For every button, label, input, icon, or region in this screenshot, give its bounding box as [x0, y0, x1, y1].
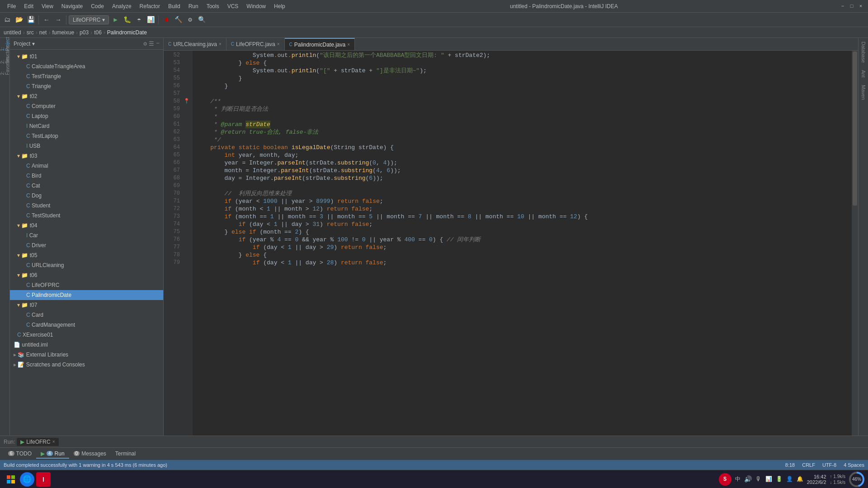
stop-button[interactable]: ■	[161, 14, 172, 25]
settings-icon[interactable]: ☰	[149, 40, 154, 47]
menu-refactor[interactable]: Refactor	[136, 2, 164, 10]
tree-item-USB[interactable]: I USB	[10, 141, 163, 151]
sys-icon-1[interactable]: 🔊	[744, 475, 752, 483]
tab-close-LifeOFPRC[interactable]: ×	[277, 42, 280, 47]
menu-vcs[interactable]: VCS	[224, 2, 242, 10]
sys-icon-2[interactable]: 🎙	[755, 476, 762, 483]
sync-icon[interactable]: ⚙	[143, 40, 147, 47]
maven-tab[interactable]: Maven	[859, 81, 868, 103]
tree-item-Animal[interactable]: C Animal	[10, 161, 163, 171]
right-scrollbar[interactable]	[852, 51, 858, 436]
build-button[interactable]: 🔨	[173, 14, 184, 25]
tree-item-Driver[interactable]: C Driver	[10, 240, 163, 250]
close-panel-icon[interactable]: −	[156, 40, 160, 47]
tab-PalindromicDate[interactable]: C PalindromicDate.java ×	[285, 38, 355, 51]
tree-item-t07[interactable]: ▾ 📁 t07	[10, 300, 163, 310]
menu-edit[interactable]: Edit	[20, 2, 37, 10]
tree-item-scratches[interactable]: ▸ 📝 Scratches and Consoles	[10, 360, 163, 370]
tree-item-external-libs[interactable]: ▸ 📚 External Libraries	[10, 350, 163, 360]
coverage-button[interactable]: ☂	[133, 14, 144, 25]
tree-item-Laptop[interactable]: C Laptop	[10, 111, 163, 121]
tree-item-t06[interactable]: ▾ 📁 t06	[10, 270, 163, 280]
sys-icon-6[interactable]: 🔔	[797, 476, 803, 483]
status-line-sep[interactable]: CRLF	[802, 462, 815, 468]
intellij-taskbar-icon[interactable]: I	[36, 472, 51, 487]
tree-item-CardManagement[interactable]: C CardManagement	[10, 320, 163, 330]
ant-tab[interactable]: Ant	[859, 66, 868, 81]
tree-item-Computer[interactable]: C Computer	[10, 101, 163, 111]
tree-item-XExercise01[interactable]: C XExercise01	[10, 330, 163, 340]
ime-icon[interactable]: S	[719, 473, 731, 486]
tree-item-TestStudent[interactable]: C TestStudent	[10, 211, 163, 221]
breadcrumb-file[interactable]: PalindromicDate	[107, 29, 147, 36]
tree-item-NetCard[interactable]: I NetCard	[10, 121, 163, 131]
tree-item-t03[interactable]: ▾ 📁 t03	[10, 151, 163, 161]
breadcrumb-src[interactable]: src	[27, 29, 34, 36]
breadcrumb-untitled[interactable]: untitled	[4, 29, 21, 36]
tab-close-URLCleaning[interactable]: ×	[219, 42, 222, 47]
breadcrumb-net[interactable]: net	[39, 29, 47, 36]
tree-item-URLCleaning[interactable]: C URLCleaning	[10, 260, 163, 270]
status-indent[interactable]: 4 Spaces	[844, 462, 864, 468]
breadcrumb-fumeixue[interactable]: fumeixue	[52, 29, 74, 36]
code-content[interactable]: System.out.println("该日期之后的第一个ABABBABA型回文…	[193, 51, 852, 436]
save-icon[interactable]: 💾	[25, 14, 36, 25]
tree-item-Bird[interactable]: C Bird	[10, 171, 163, 181]
status-encoding[interactable]: UTF-8	[822, 462, 836, 468]
tree-item-Dog[interactable]: C Dog	[10, 191, 163, 201]
profile-button[interactable]: 📊	[145, 14, 156, 25]
close-button[interactable]: ×	[857, 3, 864, 10]
menu-build[interactable]: Build	[165, 2, 184, 10]
ime-mode-icon[interactable]: 中	[735, 475, 741, 483]
time-section[interactable]: 16:42 2022/6/2	[807, 474, 826, 485]
tree-item-t02[interactable]: ▾ 📁 t02	[10, 91, 163, 101]
code-editor[interactable]: 525354555657 585960616263 646566676869 7…	[164, 51, 858, 436]
run-config-dropdown[interactable]: LifeOFPRC ▾	[69, 15, 109, 24]
tree-item-TestTriangle[interactable]: C TestTriangle	[10, 71, 163, 81]
status-position[interactable]: 8:18	[785, 462, 795, 468]
menu-help[interactable]: Help	[270, 2, 289, 10]
minimize-button[interactable]: −	[839, 3, 846, 10]
run-tab-close[interactable]: ×	[52, 439, 55, 444]
tab-LifeOFPRC[interactable]: C LifeOFPRC.java ×	[226, 38, 285, 51]
tab-URLCleaning[interactable]: C URLCleaning.java ×	[164, 38, 226, 51]
sys-icon-5[interactable]: 👤	[786, 476, 793, 483]
menu-run[interactable]: Run	[185, 2, 202, 10]
tree-item-LifeOFPRC[interactable]: C LifeOFPRC	[10, 280, 163, 290]
tree-item-Student[interactable]: C Student	[10, 201, 163, 211]
run-tab[interactable]: ▶ LifeOFRC ×	[17, 438, 58, 446]
todo-tab[interactable]: 6 TODO	[4, 450, 36, 459]
menu-tools[interactable]: Tools	[203, 2, 223, 10]
menu-view[interactable]: View	[38, 2, 57, 10]
menu-code[interactable]: Code	[87, 2, 108, 10]
run-bottom-tab[interactable]: ▶ 4 Run	[36, 450, 69, 459]
messages-tab[interactable]: 0 Messages	[69, 450, 111, 459]
sys-icon-3[interactable]: 📊	[765, 476, 772, 483]
settings-icon[interactable]: ⚙	[184, 14, 195, 25]
tree-item-Car[interactable]: I Car	[10, 230, 163, 240]
start-button[interactable]	[4, 472, 18, 487]
tree-item-iml[interactable]: 📄 untitled.iml	[10, 340, 163, 350]
open-icon[interactable]: 📂	[14, 14, 24, 25]
database-tab[interactable]: Database	[859, 38, 868, 66]
maximize-button[interactable]: □	[848, 3, 855, 10]
search-icon[interactable]: 🔍	[196, 14, 207, 25]
tab-close-PalindromicDate[interactable]: ×	[347, 42, 350, 47]
tree-item-Card[interactable]: C Card	[10, 310, 163, 320]
tree-item-CalculateTriangleArea[interactable]: C CalculateTriangleArea	[10, 61, 163, 71]
menu-analyze[interactable]: Analyze	[108, 2, 135, 10]
menu-file[interactable]: File	[4, 2, 19, 10]
tree-item-t05[interactable]: ▾ 📁 t05	[10, 250, 163, 260]
tree-item-TestLaptop[interactable]: C TestLaptop	[10, 131, 163, 141]
sys-icon-4[interactable]: 🔋	[776, 476, 783, 483]
tree-item-Triangle[interactable]: C Triangle	[10, 81, 163, 91]
breadcrumb-t06[interactable]: t06	[94, 29, 102, 36]
tree-item-t04[interactable]: ▾ 📁 t04	[10, 221, 163, 230]
browser-taskbar-icon[interactable]: 🌐	[20, 472, 34, 487]
forward-icon[interactable]: →	[53, 14, 64, 25]
terminal-tab[interactable]: Terminal	[111, 450, 140, 459]
debug-button[interactable]: 🐛	[122, 14, 132, 25]
back-icon[interactable]: ←	[41, 14, 52, 25]
favorites-icon[interactable]: 2: Favorites	[1, 61, 9, 70]
menu-navigate[interactable]: Navigate	[58, 2, 86, 10]
